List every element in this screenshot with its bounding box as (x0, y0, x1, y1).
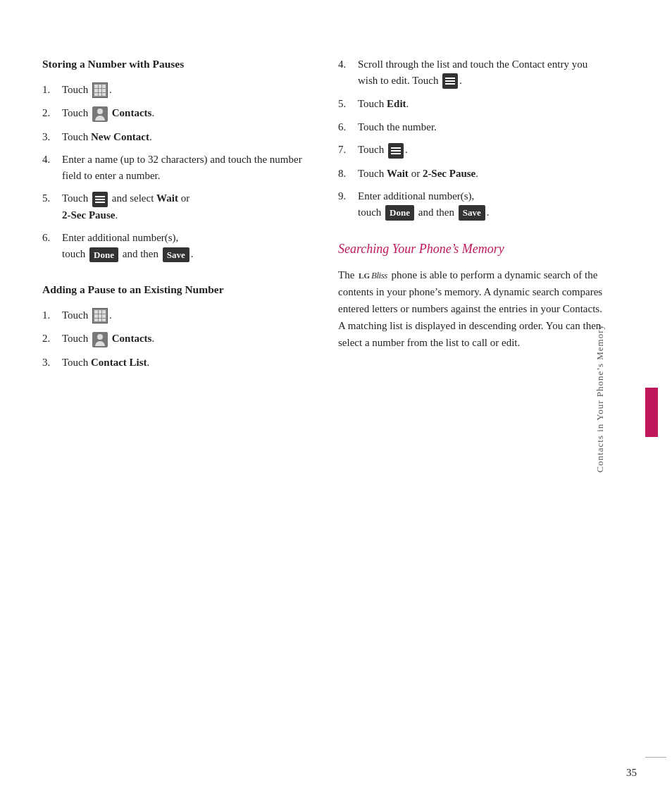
step-s1-6: 6. Enter additional number(s),touch Done… (42, 230, 317, 262)
step-num: 5. (42, 190, 62, 223)
main-area: Storing a Number with Pauses 1. Touch . (0, 0, 672, 807)
step-r1-6: 6. Touch the number. (338, 119, 609, 135)
section2-title: Adding a Pause to an Existing Number (42, 282, 317, 297)
contacts-icon (92, 332, 108, 347)
step-text: Touch . (358, 142, 609, 159)
divider-line (645, 757, 666, 758)
step-s2-1: 1. Touch . (42, 307, 317, 324)
menu-icon (388, 143, 404, 159)
done-badge: Done (89, 247, 118, 263)
step-r1-4: 4. Scroll through the list and touch the… (338, 56, 609, 89)
step-num: 3. (42, 129, 62, 145)
step-text: Touch and select Wait or2-Sec Pause. (62, 190, 317, 223)
step-s1-5: 5. Touch and select Wait or2-Sec Pause. (42, 190, 317, 223)
menu-icon (92, 192, 108, 207)
step-num: 4. (338, 56, 358, 89)
side-tab-label: Contacts in Your Phone’s Memory (595, 324, 606, 472)
step-r1-8: 8. Touch Wait or 2-Sec Pause. (338, 166, 609, 182)
apps-grid-icon (92, 308, 108, 324)
step-s1-1: 1. Touch . (42, 82, 317, 99)
section1-title: Storing a Number with Pauses (42, 56, 317, 72)
save-badge: Save (459, 205, 485, 221)
section-storing: Storing a Number with Pauses 1. Touch . (42, 56, 317, 262)
step-s1-4: 4. Enter a name (up to 32 characters) an… (42, 152, 317, 183)
step-text: Enter a name (up to 32 characters) and t… (62, 152, 317, 183)
searching-title-text: Searching Your Phone’s Memory (338, 242, 504, 256)
step-text: Enter additional number(s),touch Done an… (62, 230, 317, 262)
step-num: 6. (42, 230, 62, 262)
menu-icon (442, 73, 458, 89)
bliss-logo-text: Bliss (371, 269, 387, 283)
step-text: Touch New Contact. (62, 129, 317, 145)
lg-logo-text: LG (359, 270, 370, 283)
side-tab-bar (645, 388, 658, 437)
lg-bliss-logo: LG Bliss (359, 269, 387, 283)
step-num: 9. (338, 188, 358, 221)
side-tab-text-container: Contacts in Your Phone’s Memory (537, 324, 664, 472)
step-num: 8. (338, 166, 358, 182)
step-num: 5. (338, 96, 358, 112)
step-text: Touch Edit. (358, 96, 609, 112)
step-text: Touch the number. (358, 119, 609, 135)
step-text: Touch Contacts. (62, 105, 317, 122)
step-r1-7: 7. Touch . (338, 142, 609, 159)
step-num: 4. (42, 152, 62, 183)
step-num: 2. (42, 105, 62, 122)
step-num: 1. (42, 82, 62, 99)
step-s2-2: 2. Touch Contacts. (42, 331, 317, 347)
step-r1-9: 9. Enter additional number(s),touch Done… (338, 188, 609, 221)
save-badge: Save (163, 247, 189, 263)
step-text: Touch . (62, 307, 317, 324)
step-text: Touch Wait or 2-Sec Pause. (358, 166, 609, 182)
step-s1-3: 3. Touch New Contact. (42, 129, 317, 145)
page-content: Storing a Number with Pauses 1. Touch . (0, 0, 672, 807)
contacts-icon (92, 106, 108, 122)
done-badge: Done (385, 205, 414, 221)
step-text: Touch . (62, 82, 317, 99)
step-num: 7. (338, 142, 358, 159)
step-s1-2: 2. Touch Contacts. (42, 105, 317, 122)
step-text: Enter additional number(s),touch Done an… (358, 188, 609, 221)
section-adding: Adding a Pause to an Existing Number 1. … (42, 282, 317, 370)
step-text: Scroll through the list and touch the Co… (358, 56, 609, 89)
apps-grid-icon (92, 82, 108, 98)
step-text: Touch Contact List. (62, 355, 317, 371)
step-num: 1. (42, 307, 62, 324)
searching-title: Searching Your Phone’s Memory (338, 240, 609, 258)
left-column: Storing a Number with Pauses 1. Touch . (42, 56, 317, 765)
step-r1-5: 5. Touch Edit. (338, 96, 609, 112)
side-tab-area: Contacts in Your Phone’s Memory (630, 56, 658, 765)
page-number: 35 (626, 767, 637, 779)
step-num: 3. (42, 355, 62, 371)
step-s2-3: 3. Touch Contact List. (42, 355, 317, 371)
step-num: 6. (338, 119, 358, 135)
step-num: 2. (42, 331, 62, 347)
step-text: Touch Contacts. (62, 331, 317, 347)
